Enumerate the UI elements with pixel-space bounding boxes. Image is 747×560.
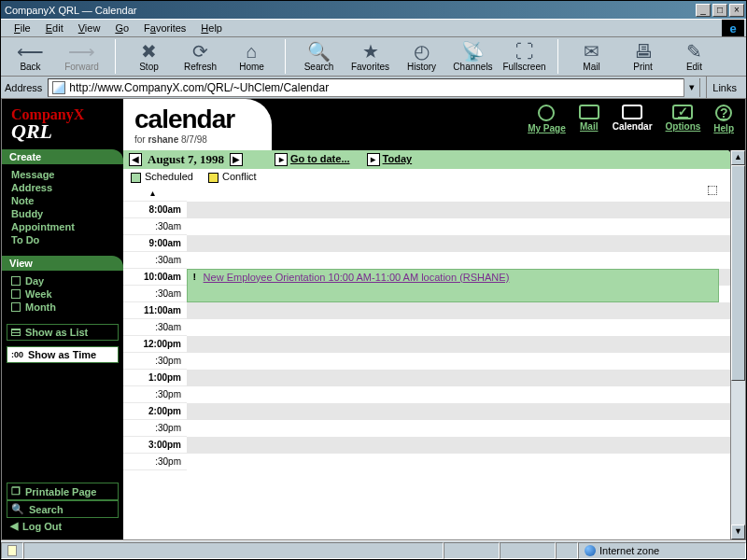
time-label: 3:00pm xyxy=(123,437,187,454)
mail-button[interactable]: ✉Mail xyxy=(566,39,617,74)
time-slot[interactable] xyxy=(187,386,730,403)
time-slot[interactable] xyxy=(187,353,730,370)
time-slot[interactable] xyxy=(187,252,730,269)
search-button[interactable]: 🔍Search xyxy=(293,39,345,74)
nav-mypage[interactable]: My Page xyxy=(528,105,566,133)
legend-conflict: Conflict xyxy=(208,171,257,183)
links-label[interactable]: Links xyxy=(706,77,742,98)
home-button[interactable]: ⌂Home xyxy=(226,39,277,74)
titlebar: CompanyX QRL — Calendar _ □ × xyxy=(1,1,746,19)
time-label: 11:00am xyxy=(123,302,187,319)
time-slot[interactable] xyxy=(187,202,730,218)
fullscreen-button[interactable]: ⛶Fullscreen xyxy=(499,39,550,74)
time-slot[interactable] xyxy=(187,302,730,319)
forward-button[interactable]: ⟶Forward xyxy=(56,39,107,74)
minimize-button[interactable]: _ xyxy=(696,4,711,17)
back-button[interactable]: ⟵Back xyxy=(5,39,56,74)
page-title: calendar xyxy=(134,105,234,134)
refresh-button[interactable]: ⟳Refresh xyxy=(175,39,226,74)
time-label: :30am xyxy=(123,286,187,302)
print-button[interactable]: 🖶Print xyxy=(617,39,669,74)
time-label: :30pm xyxy=(123,420,187,437)
view-day[interactable]: Day xyxy=(2,274,123,287)
nav-options[interactable]: Options xyxy=(666,105,701,132)
menu-file[interactable]: File xyxy=(7,21,38,35)
create-address[interactable]: Address xyxy=(11,181,123,194)
create-appointment[interactable]: Appointment xyxy=(11,220,123,233)
menu-go[interactable]: Go xyxy=(107,21,136,35)
toolbar: ⟵Back ⟶Forward ✖Stop ⟳Refresh ⌂Home 🔍Sea… xyxy=(1,37,746,77)
scroll-up-button[interactable]: ▲ xyxy=(731,150,745,165)
page-header: calendar for rshane 8/7/98 xyxy=(123,99,272,150)
view-week[interactable]: Week xyxy=(2,287,123,301)
create-note[interactable]: Note xyxy=(11,194,123,207)
address-dropdown-icon[interactable]: ▾ xyxy=(684,78,699,97)
time-slot[interactable] xyxy=(187,454,730,470)
create-message[interactable]: Message xyxy=(11,168,123,181)
main-area: calendar for rshane 8/7/98 My Page Mail … xyxy=(123,99,745,539)
scroll-earlier-icon[interactable]: ▴ xyxy=(123,185,187,202)
conflict-swatch xyxy=(208,173,218,183)
time-slot[interactable] xyxy=(187,218,730,235)
nav-help[interactable]: Help xyxy=(713,105,734,133)
printable-page-button[interactable]: ❐Printable Page xyxy=(7,483,119,500)
address-field-wrap[interactable]: ▾ xyxy=(48,78,700,97)
current-date: August 7, 1998 xyxy=(148,152,224,167)
menu-edit[interactable]: Edit xyxy=(38,21,71,35)
address-label: Address xyxy=(5,82,48,93)
menu-view[interactable]: View xyxy=(71,21,108,35)
show-as-list-button[interactable]: Show as List xyxy=(7,324,119,341)
vertical-scrollbar[interactable]: ▲ ▼ xyxy=(730,150,745,539)
statusbar: Internet zone xyxy=(1,540,746,559)
close-button[interactable]: × xyxy=(729,4,744,17)
top-nav: My Page Mail Calendar Options Help xyxy=(528,99,745,150)
scheduled-swatch xyxy=(131,173,141,183)
create-buddy[interactable]: Buddy xyxy=(11,207,123,220)
show-as-time-button[interactable]: :00Show as Time xyxy=(7,346,119,363)
maximize-button[interactable]: □ xyxy=(712,4,727,17)
time-label: :30pm xyxy=(123,454,187,470)
time-slot[interactable] xyxy=(187,403,730,420)
time-label: 2:00pm xyxy=(123,403,187,420)
time-label: :30am xyxy=(123,319,187,336)
time-label: 1:00pm xyxy=(123,370,187,386)
create-to-do[interactable]: To Do xyxy=(11,233,123,246)
edit-button[interactable]: ✎Edit xyxy=(669,39,720,74)
prev-day-button[interactable]: ◀ xyxy=(129,153,142,166)
scroll-down-button[interactable]: ▼ xyxy=(731,525,745,539)
calendar-event[interactable]: ! New Employee Orientation 10:00 AM-11:0… xyxy=(187,269,719,302)
nav-calendar[interactable]: Calendar xyxy=(613,105,653,132)
menu-favorites[interactable]: Favorites xyxy=(136,21,193,35)
channels-button[interactable]: 📡Channels xyxy=(447,39,499,74)
time-label: 10:00am xyxy=(123,269,187,286)
time-slot[interactable] xyxy=(187,336,730,353)
time-label: :30am xyxy=(123,218,187,235)
time-slot[interactable] xyxy=(187,420,730,437)
date-strip: ◀ August 7, 1998 ▶ ▸Go to date... ▸Today xyxy=(123,150,730,169)
time-slot[interactable] xyxy=(187,370,730,386)
goto-date-link[interactable]: ▸Go to date... xyxy=(275,153,350,166)
expand-icon[interactable] xyxy=(708,186,717,195)
today-link[interactable]: ▸Today xyxy=(367,153,413,166)
address-input[interactable] xyxy=(69,79,684,96)
stop-button[interactable]: ✖Stop xyxy=(123,39,175,74)
history-button[interactable]: ◴History xyxy=(396,39,447,74)
next-day-button[interactable]: ▶ xyxy=(230,153,243,166)
page-subtitle: for rshane 8/7/98 xyxy=(134,134,234,145)
sidebar-search-button[interactable]: 🔍Search xyxy=(7,500,119,518)
logout-button[interactable]: ◀Log Out xyxy=(7,518,119,534)
time-slot[interactable] xyxy=(187,235,730,252)
event-link[interactable]: New Employee Orientation 10:00 AM-11:00 … xyxy=(204,272,510,283)
nav-mail[interactable]: Mail xyxy=(579,105,599,132)
globe-icon xyxy=(585,545,596,556)
time-slot[interactable] xyxy=(187,437,730,454)
favorites-button[interactable]: ★Favorites xyxy=(345,39,396,74)
scrollbar-thumb[interactable] xyxy=(731,165,745,381)
time-label: 9:00am xyxy=(123,235,187,252)
time-label: :30am xyxy=(123,252,187,269)
ie-logo-icon: e xyxy=(722,20,744,36)
menu-help[interactable]: Help xyxy=(193,21,230,35)
time-slot[interactable] xyxy=(187,319,730,336)
view-month[interactable]: Month xyxy=(2,301,123,314)
view-heading: View xyxy=(2,256,123,271)
